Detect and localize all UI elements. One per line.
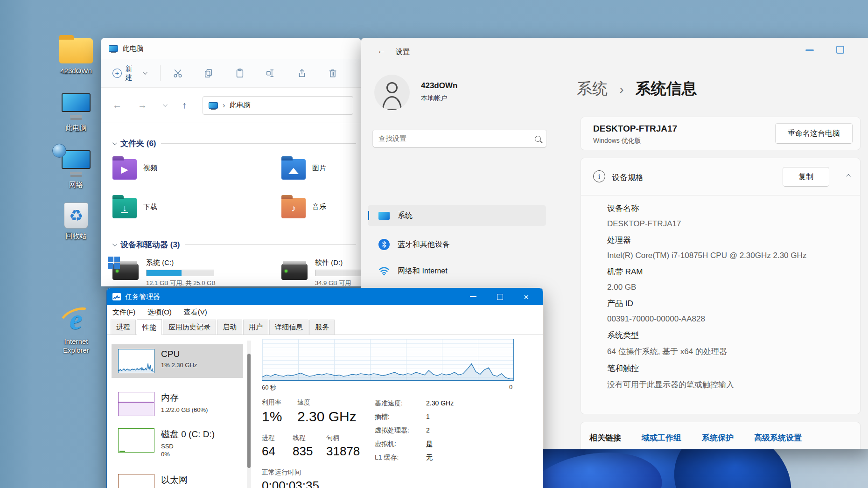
collapse-chevron-icon (112, 140, 117, 145)
desktop-icon-recycle-bin[interactable]: ♻ 回收站 (46, 202, 106, 240)
tab-services[interactable]: 服务 (309, 320, 335, 335)
back-icon[interactable]: ← (377, 46, 386, 56)
avatar[interactable] (374, 75, 410, 110)
perf-item-memory[interactable]: 内存 1.2/2.0 GB (60%) (112, 387, 243, 421)
threads-value: 835 (293, 444, 313, 459)
collapse-chevron-icon (112, 242, 117, 246)
cut-icon (173, 68, 183, 78)
sidebar-scrollbar[interactable] (247, 341, 251, 488)
tab-details[interactable]: 详细信息 (269, 320, 308, 335)
close-button[interactable]: × (524, 293, 529, 301)
menu-view[interactable]: 查看(V) (184, 308, 207, 317)
device-spec-card: i 设备规格 复制 设备名称DESKTOP-FTRJA17 处理器Intel(R… (581, 158, 861, 414)
perf-item-cpu[interactable]: CPU 1% 2.30 GHz (112, 344, 243, 378)
perf-item-title: 内存 (161, 392, 208, 404)
x-axis-right-label: 0 (509, 383, 512, 390)
section-header-folders[interactable]: 文件夹 (6) (112, 138, 361, 149)
new-button-label: 新建 (126, 64, 140, 82)
toolbar-divider (160, 65, 161, 81)
desktop-icon-network[interactable]: 网络 (46, 150, 106, 189)
drive-name: 软件 (D:) (315, 258, 361, 267)
desktop-icon-folder[interactable]: 423dOWn (46, 38, 106, 75)
videos-folder-icon: ▶ (112, 159, 137, 180)
up-button[interactable]: ↑ (182, 100, 187, 111)
drive-d[interactable]: 软件 (D:) 34.9 GB 可用 (281, 258, 361, 286)
settings-search-input[interactable]: 查找设置 (372, 130, 547, 147)
address-this-pc-icon (209, 102, 218, 109)
tab-startup[interactable]: 启动 (217, 320, 242, 335)
paste-button[interactable] (229, 64, 250, 83)
tab-app-history[interactable]: 应用历史记录 (163, 320, 216, 335)
device-edition: Windows 优化版 (593, 137, 641, 145)
drive-c[interactable]: 系统 (C:) 12.1 GB 可用, 共 25.0 GB (112, 258, 216, 286)
folder-tile-downloads[interactable]: ↓ 下载 (112, 198, 252, 218)
spec-card-header[interactable]: i 设备规格 复制 (581, 158, 860, 195)
folder-tile-music[interactable]: ♪ 音乐 (281, 198, 361, 218)
util-value: 1% (262, 409, 282, 425)
copy-button[interactable] (198, 64, 219, 83)
breadcrumb-separator: › (619, 82, 623, 97)
perf-item-ethernet[interactable]: 以太网 (112, 469, 243, 488)
explorer-toolbar: + 新建 (101, 59, 361, 88)
link-advanced-settings[interactable]: 高级系统设置 (754, 432, 802, 443)
perf-item-disk[interactable]: 磁盘 0 (C: D:) SSD 0% (112, 424, 243, 463)
menu-options[interactable]: 选项(O) (147, 308, 172, 317)
l1-cache-label: L1 缓存: (375, 453, 399, 462)
sidebar-item-label: 系统 (398, 211, 413, 221)
minimize-button[interactable] (470, 296, 476, 297)
scrollbar-thumb[interactable] (247, 354, 251, 468)
task-manager-title: 任务管理器 (125, 293, 160, 301)
menu-file[interactable]: 文件(F) (112, 308, 135, 317)
cut-button[interactable] (167, 64, 188, 83)
tab-processes[interactable]: 进程 (111, 320, 136, 335)
breadcrumb[interactable]: 此电脑 (230, 101, 251, 110)
forward-button[interactable]: → (138, 100, 147, 111)
tab-performance[interactable]: 性能 (137, 319, 162, 335)
new-button[interactable]: + 新建 (109, 62, 150, 85)
perf-item-sub: 1.2/2.0 GB (60%) (161, 406, 208, 414)
sidebar-item-bluetooth[interactable]: 蓝牙和其他设备 (368, 234, 546, 255)
section-header-drives[interactable]: 设备和驱动器 (3) (112, 239, 361, 250)
disk-thumbnail-graph (118, 428, 154, 453)
share-button[interactable] (291, 64, 312, 83)
delete-button[interactable] (322, 64, 343, 83)
folder-tile-label: 图片 (312, 159, 326, 173)
virtual-processors-label: 虚拟处理器: (375, 426, 409, 435)
history-chevron-icon[interactable] (163, 102, 168, 107)
folder-tile-pictures[interactable]: 图片 (281, 159, 361, 180)
rename-button[interactable] (260, 64, 281, 83)
system-monitor-icon (378, 209, 390, 222)
chevron-up-icon[interactable] (846, 174, 851, 179)
rename-icon (266, 68, 276, 78)
link-system-protection[interactable]: 系统保护 (702, 432, 734, 443)
sidebar-item-label: 网络和 Internet (398, 266, 448, 276)
desktop-icon-internet-explorer[interactable]: e Internet Explorer (46, 304, 106, 355)
folder-tile-label: 下载 (143, 198, 157, 211)
folder-tile-videos[interactable]: ▶ 视频 (112, 159, 252, 180)
tab-users[interactable]: 用户 (243, 320, 268, 335)
settings-window-title: 设置 (396, 48, 410, 56)
copy-button[interactable]: 复制 (783, 167, 829, 187)
task-manager-titlebar[interactable]: 任务管理器 × (107, 288, 543, 305)
link-domain-workgroup[interactable]: 域或工作组 (642, 432, 681, 443)
desktop-icon-label: 回收站 (46, 231, 106, 240)
explorer-navbar: ← → ↑ › 此电脑 (101, 88, 361, 123)
device-name-card: DESKTOP-FTRJA17 Windows 优化版 重命名这台电脑 (581, 117, 861, 150)
maximize-button[interactable] (497, 294, 503, 300)
speed-label: 速度 (297, 398, 310, 407)
breadcrumb-parent[interactable]: 系统 (577, 80, 608, 97)
virtual-machine-value: 是 (426, 440, 433, 448)
address-bar[interactable]: › 此电脑 (203, 96, 353, 115)
sidebar-item-network[interactable]: 网络和 Internet (368, 261, 546, 281)
spec-label: 处理器 (607, 235, 851, 245)
virtual-processors-value: 2 (426, 426, 430, 434)
maximize-button[interactable] (836, 46, 844, 54)
rename-pc-button[interactable]: 重命名这台电脑 (775, 123, 853, 144)
sidebar-item-system[interactable]: 系统 (368, 205, 546, 226)
processes-value: 64 (262, 444, 275, 459)
explorer-titlebar[interactable]: 此电脑 (101, 38, 361, 59)
desktop-icon-this-pc[interactable]: 此电脑 (46, 93, 106, 132)
minimize-button[interactable] (805, 49, 814, 51)
back-button[interactable]: ← (112, 100, 122, 111)
settings-titlebar[interactable]: ← 设置 (361, 38, 868, 64)
